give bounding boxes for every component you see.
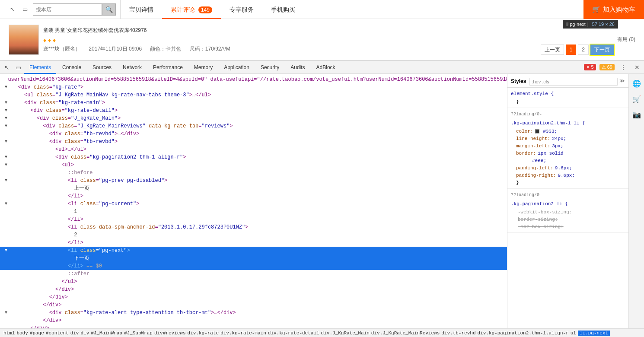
dom-tag: <ul class="J_KgRate_MainNav kg-rate-nav-… xyxy=(9,91,211,99)
style-selector: element.style { xyxy=(507,89,628,99)
style-selector-name2: .kg-pagination2 li { xyxy=(507,200,628,209)
breadcrumb-pagination[interactable]: div.kg-pagination2.thm-1.align-r xyxy=(477,331,568,336)
style-close: } xyxy=(516,99,519,106)
dom-line: <li class="pg-prev pg-disabled"> xyxy=(0,177,507,184)
devtools-tab-adblock[interactable]: AdBlock xyxy=(311,61,341,74)
devtools-cursor-icon[interactable]: ↖ xyxy=(2,62,12,73)
breadcrumb-subwrap[interactable]: #J_SubWrap xyxy=(124,331,153,336)
settings-icon[interactable]: ⋮ xyxy=(618,62,628,73)
dom-line: <div class="kg-rate"> xyxy=(0,83,507,91)
dom-pseudo: ::after xyxy=(9,270,89,278)
star-icon-1: ♦ xyxy=(43,37,46,44)
styles-toggle-button[interactable]: ≫ xyxy=(619,78,625,85)
dom-line: userNumId=1640673606&auctionNumId=558851… xyxy=(0,76,507,83)
devtools-tab-network[interactable]: Network xyxy=(118,61,147,74)
style-rule-paddingright: padding-right: 9.6px; xyxy=(507,172,628,179)
shopping-icon[interactable]: 🛒 xyxy=(631,93,643,105)
breadcrumb-li-pgnext[interactable]: li.pg-next xyxy=(578,331,610,336)
dom-panel[interactable]: userNumId=1640673606&auctionNumId=558851… xyxy=(0,74,507,328)
breadcrumb-jkgrate[interactable]: div.J_KgRate_Main xyxy=(321,331,370,336)
val-color: #333; xyxy=(535,128,558,135)
breadcrumb-ul[interactable]: ul xyxy=(571,331,576,336)
dom-line: <div class="tb-revbd"> xyxy=(0,138,507,146)
prev-page-button[interactable]: 上一页 xyxy=(541,45,564,55)
dom-line: <div class="kg-pagination2 thm-1 align-r… xyxy=(0,153,507,161)
dom-line-selected[interactable]: <li class="pg-next"> xyxy=(0,247,507,254)
breadcrumb-div1[interactable]: div xyxy=(70,331,79,336)
selector-source2: ??loading/0- xyxy=(511,193,542,197)
prop-lineheight: line-height: xyxy=(516,135,550,143)
devtools-tab-elements[interactable]: Elements xyxy=(24,61,56,74)
devtools-tab-application[interactable]: Application xyxy=(219,61,255,74)
devtools-tab-security[interactable]: Security xyxy=(255,61,284,74)
page-1-button[interactable]: 1 xyxy=(566,45,577,55)
product-size: 尺码：170/92A/M xyxy=(190,46,230,52)
add-to-cart-button[interactable]: 🛒 加入购物车 xyxy=(583,0,644,19)
tab-product-detail[interactable]: 宝贝详情 xyxy=(121,0,162,19)
dom-tag: </div> xyxy=(9,317,61,324)
nav-row: ↖ ▭ 🔍 宝贝详情 累计评论 149 专享服务 手机购买 🛒 加入购物车 xyxy=(0,0,644,19)
triangle-icon xyxy=(3,161,9,169)
breadcrumb-kgratemain[interactable]: div.kg-rate-main xyxy=(220,331,266,336)
tab-services[interactable]: 专享服务 xyxy=(221,0,262,19)
breadcrumb-kgratedetail[interactable]: div.kg-rate-detail xyxy=(268,331,319,336)
style-rule-border-val: #eee; xyxy=(507,157,628,165)
dom-line: ::before xyxy=(0,169,507,177)
next-page-button[interactable]: 下一页 xyxy=(590,45,614,55)
page-2-button[interactable]: 2 xyxy=(578,45,589,55)
device-icon[interactable]: ▭ xyxy=(19,3,31,16)
dom-text-selected: 下一页 xyxy=(9,254,89,262)
triangle-icon xyxy=(3,114,9,122)
product-thumb-image xyxy=(9,25,38,54)
breadcrumb-div2[interactable]: div xyxy=(80,331,89,336)
breadcrumb-content[interactable]: #content xyxy=(46,331,69,336)
globe-icon[interactable]: 🌐 xyxy=(631,77,643,89)
styles-label: Styles xyxy=(511,78,526,85)
breadcrumb-mainwrap[interactable]: #J_MainWrap xyxy=(91,331,122,336)
breadcrumb-tbrevhd[interactable]: div.tb-revhd xyxy=(441,331,475,336)
breadcrumb-jkgratemainreviews[interactable]: div.J_KgRate_MainReviews xyxy=(371,331,440,336)
breadcrumb-html[interactable]: html xyxy=(3,331,15,336)
devtools-tab-memory[interactable]: Memory xyxy=(189,61,218,74)
tab-mobile-buy[interactable]: 手机购买 xyxy=(262,0,304,19)
breadcrumb-page[interactable]: #page xyxy=(30,331,44,336)
dom-line: 2 xyxy=(0,231,507,239)
breadcrumb-body[interactable]: body xyxy=(16,331,28,336)
cursor-icon[interactable]: ↖ xyxy=(6,3,18,16)
dom-line: </div> xyxy=(0,293,507,301)
breadcrumb-kgrate[interactable]: div.kg-rate xyxy=(188,331,219,336)
breadcrumb-reviews[interactable]: div#reviews xyxy=(154,331,186,336)
product-thumbnail xyxy=(9,25,39,55)
camera-icon[interactable]: 📷 xyxy=(631,108,643,121)
devtools-device-icon[interactable]: ▭ xyxy=(13,62,23,73)
devtools-breadcrumb: html body #page #content div div #J_Main… xyxy=(0,328,644,337)
dom-line: <li class="pg-current"> xyxy=(0,200,507,208)
product-details: 童装 男童`女童印花摇粒绒外套优衣库402976 ♦ ♦ ♦ 送***块（匿名）… xyxy=(43,27,617,53)
search-button[interactable]: 🔍 xyxy=(102,3,116,16)
dom-line: </li> xyxy=(0,239,507,247)
val-border-color: #eee; xyxy=(532,157,546,165)
tooltip-size: 57.19 × 26 xyxy=(592,22,615,27)
shop-search-input[interactable] xyxy=(33,3,102,16)
style-selector-source2: ??loading/0- xyxy=(507,191,628,200)
product-name: 童装 男童`女童印花摇粒绒外套优衣库402976 xyxy=(43,27,617,34)
tab-reviews[interactable]: 累计评论 149 xyxy=(162,0,221,19)
devtools-tab-sources[interactable]: Sources xyxy=(87,61,117,74)
styles-filter-input[interactable] xyxy=(529,78,618,86)
dom-tag: <li class="pg-current"> xyxy=(9,200,139,208)
devtools-tab-performance[interactable]: Performance xyxy=(148,61,188,74)
style-close: } xyxy=(516,179,519,187)
devtools-tab-console[interactable]: Console xyxy=(57,61,86,74)
prop-webkit: -webkit-box-sizing: xyxy=(516,209,572,216)
close-icon[interactable]: ✕ xyxy=(632,62,642,73)
dom-tag: <div class="kg-pagination2 thm-1 align-r… xyxy=(9,153,186,161)
dom-line: <div class="J_KgRate_MainReviews" data-k… xyxy=(0,122,507,130)
dom-line: </li> xyxy=(0,216,507,223)
top-icons: ↖ ▭ xyxy=(4,3,33,16)
dom-line: </li> xyxy=(0,192,507,200)
prop-paddingright: padding-right: xyxy=(516,172,556,179)
devtools-tab-audits[interactable]: Audits xyxy=(285,61,310,74)
star-icon-3: ♦ xyxy=(53,37,56,44)
selector-source: ??loading/0- xyxy=(511,112,542,117)
style-section-pagination-li: ??loading/0- .kg-pagination2.thm-1 li { … xyxy=(507,108,628,189)
